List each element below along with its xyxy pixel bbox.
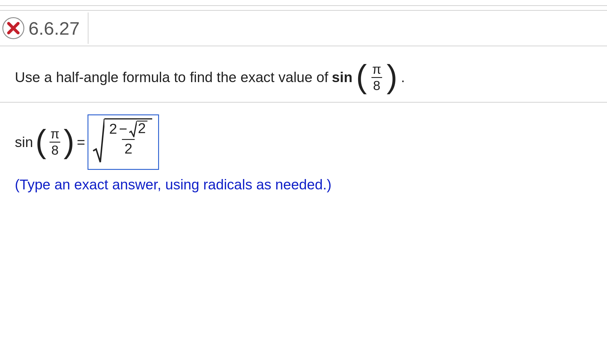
answer-instruction: (Type an exact answer, using radicals as… [15, 176, 592, 193]
answer-area: sin ( π 8 ) = 2 [0, 103, 607, 193]
question-arg-fraction: π 8 [371, 63, 383, 92]
equals-sign: = [77, 134, 85, 150]
answer-fn: sin [15, 134, 33, 150]
inner-sqrt-val: 2 [138, 120, 146, 136]
inner-denominator: 2 [122, 139, 135, 157]
question-header: 6.6.27 [0, 10, 607, 46]
question-text: Use a half-angle formula to find the exa… [0, 46, 607, 103]
question-arg-num: π [371, 63, 383, 77]
paren-open-icon: ( [35, 125, 46, 157]
answer-input[interactable]: 2 − 2 [88, 114, 159, 170]
question-arg-den: 8 [371, 77, 382, 92]
question-prefix: Use a half-angle formula to find the exa… [15, 67, 328, 87]
inner-numerator: 2 − 2 [107, 120, 150, 139]
question-number: 6.6.27 [28, 18, 80, 39]
header-title-wrap: 6.6.27 [2, 12, 88, 44]
radical-icon [129, 121, 137, 137]
answer-arg-num: π [49, 127, 61, 142]
paren-close-icon: ) [387, 60, 398, 92]
incorrect-icon [2, 17, 24, 39]
answer-arg-den: 8 [50, 142, 60, 157]
answer-arg-fraction: π 8 [49, 127, 61, 157]
outer-radical: 2 − 2 [93, 118, 152, 166]
page-root: 6.6.27 Use a half-angle formula to find … [0, 0, 607, 364]
inner-radical: 2 [129, 121, 148, 137]
inner-num-left: 2 [109, 122, 117, 136]
paren-open-icon: ( [356, 60, 367, 92]
inner-fraction: 2 − 2 [107, 120, 150, 157]
equation-row: sin ( π 8 ) = 2 [15, 114, 592, 170]
question-fn: sin [332, 67, 352, 87]
question-suffix: . [401, 67, 405, 87]
radical-icon [93, 118, 104, 166]
paren-close-icon: ) [63, 125, 74, 157]
inner-radicand: 2 [137, 121, 148, 137]
inner-minus: − [119, 122, 127, 136]
outer-radicand: 2 − 2 [104, 118, 152, 166]
